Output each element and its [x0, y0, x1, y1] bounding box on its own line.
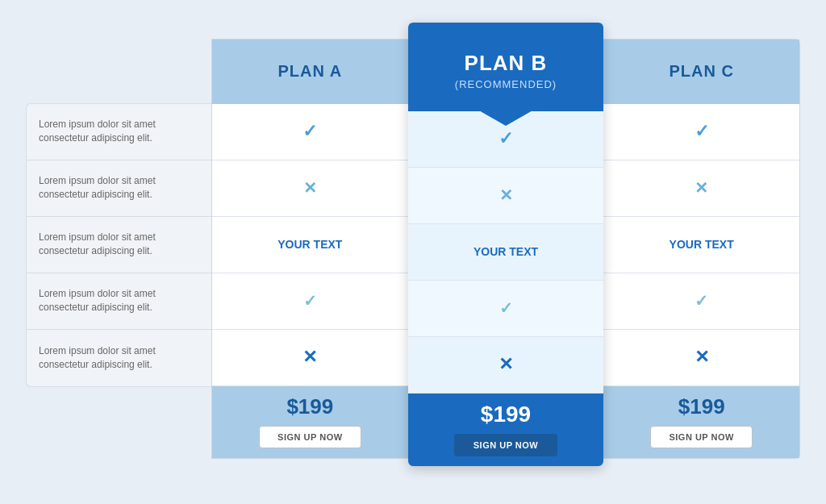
plan-a-row-1: ✓: [212, 104, 408, 160]
plan-c-header: PLAN C: [603, 40, 799, 104]
plan-a-signup-button[interactable]: SIGN UP NOW: [259, 426, 361, 448]
plan-a-title: PLAN A: [277, 62, 342, 81]
plan-b-title: PLAN B: [465, 51, 548, 76]
plan-b-column: PLAN B (Recommended) ✓ ✕ YOUR TEXT ✓ ✕ $…: [408, 23, 604, 466]
pricing-table: Lorem ipsum dolor sit amet consectetur a…: [26, 39, 800, 466]
plan-c-row-2: ✕: [603, 160, 799, 217]
cross-dark-icon: ✕: [695, 347, 709, 368]
plan-a-row-2: ✕: [212, 160, 408, 217]
plan-b-sublabel: (Recommended): [455, 78, 557, 90]
cross-icon: ✕: [303, 178, 317, 198]
feature-1: Lorem ipsum dolor sit amet consectetur a…: [27, 104, 211, 160]
plan-a-row-3: YOUR TEXT: [212, 217, 408, 273]
plan-a-price: $199: [286, 394, 333, 419]
plan-c-row-1: ✓: [603, 104, 799, 160]
plan-b-row-5: ✕: [408, 337, 604, 394]
plan-a-row-4: ✓: [212, 273, 408, 330]
cross-dark-icon: ✕: [499, 354, 513, 375]
check-light-icon: ✓: [303, 291, 317, 310]
check-light-icon: ✓: [695, 291, 708, 310]
plan-b-signup-button[interactable]: SIGN UP NOW: [454, 434, 557, 456]
cross-icon: ✕: [695, 178, 708, 198]
plan-c-column: PLAN C ✓ ✕ YOUR TEXT ✓ ✕ $199 SIGN UP NO…: [603, 39, 800, 459]
plan-a-your-text: YOUR TEXT: [277, 238, 342, 251]
check-icon: ✓: [499, 128, 513, 149]
plan-b-row-4: ✓: [408, 281, 604, 337]
plan-c-price: $199: [678, 394, 725, 419]
plan-a-row-5: ✕: [212, 330, 408, 386]
check-icon: ✓: [302, 121, 317, 142]
plan-c-footer: $199 SIGN UP NOW: [603, 386, 799, 458]
feature-4: Lorem ipsum dolor sit amet consectetur a…: [27, 273, 211, 330]
cross-dark-icon: ✕: [302, 347, 317, 368]
plan-b-your-text: YOUR TEXT: [473, 245, 538, 258]
plan-b-price: $199: [481, 402, 531, 427]
plan-b-header: PLAN B (Recommended): [408, 23, 604, 111]
plan-c-row-5: ✕: [603, 330, 799, 386]
plan-b-row-3: YOUR TEXT: [408, 224, 604, 281]
plan-c-signup-button[interactable]: SIGN UP NOW: [650, 426, 752, 448]
plan-b-footer: $199 SIGN UP NOW: [408, 394, 604, 466]
feature-2: Lorem ipsum dolor sit amet consectetur a…: [27, 160, 211, 217]
plan-a-header: PLAN A: [212, 40, 408, 104]
plan-b-row-2: ✕: [408, 168, 604, 224]
plan-a-column: PLAN A ✓ ✕ YOUR TEXT ✓ ✕ $199 SIGN UP NO…: [211, 39, 408, 459]
feature-5: Lorem ipsum dolor sit amet consectetur a…: [27, 330, 211, 386]
check-icon: ✓: [695, 121, 709, 142]
plan-c-row-3: YOUR TEXT: [603, 217, 799, 273]
plan-c-title: PLAN C: [669, 62, 733, 81]
plan-c-your-text: YOUR TEXT: [670, 238, 734, 251]
check-light-icon: ✓: [499, 298, 513, 318]
plan-c-row-4: ✓: [603, 273, 799, 330]
features-column: Lorem ipsum dolor sit amet consectetur a…: [26, 103, 211, 387]
feature-3: Lorem ipsum dolor sit amet consectetur a…: [27, 217, 211, 273]
cross-icon: ✕: [499, 185, 513, 205]
plan-a-footer: $199 SIGN UP NOW: [212, 386, 408, 458]
